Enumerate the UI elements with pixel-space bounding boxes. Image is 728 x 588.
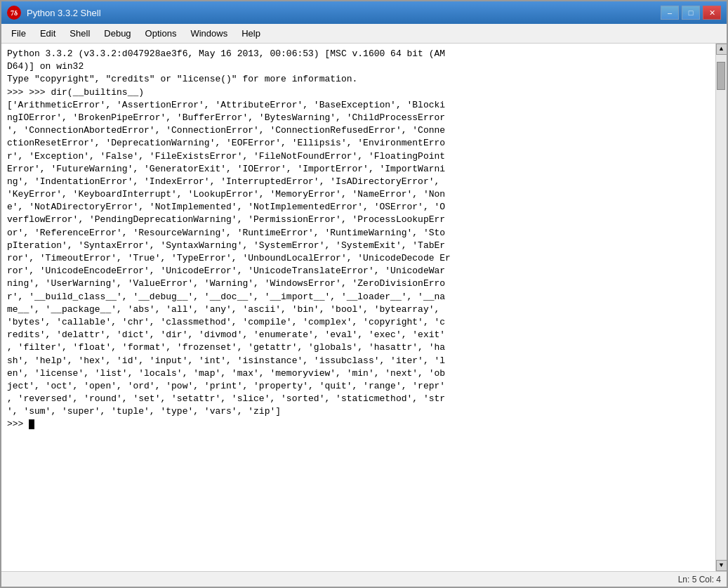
scrollbar: ▲ ▼ bbox=[715, 44, 727, 571]
scrollbar-up-button[interactable]: ▲ bbox=[716, 44, 727, 55]
menu-debug[interactable]: Debug bbox=[97, 25, 138, 41]
close-button[interactable]: ✕ bbox=[703, 6, 721, 20]
menu-bar: File Edit Shell Debug Options Windows He… bbox=[1, 24, 727, 44]
status-bar: Ln: 5 Col: 4 bbox=[1, 571, 727, 587]
main-window: 7δ Python 3.3.2 Shell – □ ✕ File Edit Sh… bbox=[0, 0, 728, 588]
scrollbar-track[interactable] bbox=[716, 55, 727, 560]
menu-help[interactable]: Help bbox=[234, 25, 267, 41]
menu-edit[interactable]: Edit bbox=[33, 25, 62, 41]
header-line1: Python 3.3.2 (v3.3.2:d047928ae3f6, May 1… bbox=[7, 48, 445, 59]
status-text: Ln: 5 Col: 4 bbox=[678, 575, 721, 584]
prompt-line-1: >>> >>> dir(__builtins__) bbox=[7, 87, 144, 98]
menu-options[interactable]: Options bbox=[138, 25, 184, 41]
prompt-symbol-2: >>> bbox=[7, 419, 29, 429]
scrollbar-thumb[interactable] bbox=[717, 62, 725, 90]
header-line2: D64)] on win32 bbox=[7, 61, 84, 72]
command-1: >>> dir(__builtins__) bbox=[29, 87, 144, 98]
prompt-line-2: >>> bbox=[7, 419, 34, 429]
window-controls: – □ ✕ bbox=[661, 6, 721, 20]
shell-output[interactable]: Python 3.3.2 (v3.3.2:d047928ae3f6, May 1… bbox=[1, 44, 715, 571]
prompt-symbol-1: >>> bbox=[7, 87, 29, 98]
window-title: Python 3.3.2 Shell bbox=[27, 8, 101, 18]
maximize-button[interactable]: □ bbox=[682, 6, 700, 20]
menu-file[interactable]: File bbox=[4, 25, 33, 41]
scrollbar-down-button[interactable]: ▼ bbox=[716, 560, 727, 571]
menu-shell[interactable]: Shell bbox=[62, 25, 97, 41]
content-area: Python 3.3.2 (v3.3.2:d047928ae3f6, May 1… bbox=[1, 44, 727, 571]
title-bar: 7δ Python 3.3.2 Shell – □ ✕ bbox=[1, 1, 727, 24]
cursor bbox=[29, 419, 34, 429]
output-text: ['ArithmeticError', 'AssertionError', 'A… bbox=[7, 100, 451, 417]
minimize-button[interactable]: – bbox=[661, 6, 679, 20]
header-line3: Type "copyright", "credits" or "license(… bbox=[7, 74, 357, 84]
menu-windows[interactable]: Windows bbox=[183, 25, 234, 41]
app-icon: 7δ bbox=[7, 6, 21, 20]
title-bar-left: 7δ Python 3.3.2 Shell bbox=[7, 6, 101, 20]
